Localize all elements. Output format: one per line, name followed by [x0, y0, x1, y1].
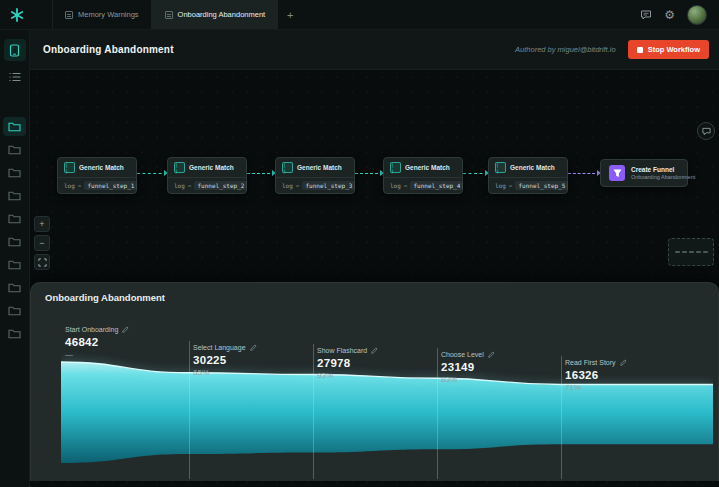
page-header-right: Authored by miguel@bitdrift.io Stop Work…	[515, 40, 709, 59]
stop-icon	[637, 47, 643, 53]
zoom-in-button[interactable]: +	[34, 216, 50, 232]
log-value: funnel_step_2	[194, 181, 247, 190]
topbar: Memory Warnings Onboarding Abandonment +…	[0, 0, 719, 30]
workflow-node-generic-match-1[interactable]: ( )Generic Match log=funnel_step_1	[57, 157, 137, 194]
sidebar-folder-icon[interactable]	[3, 209, 26, 228]
node-title: Generic Match	[510, 164, 555, 171]
minimap-node-dash	[675, 251, 680, 253]
edit-icon[interactable]	[620, 359, 627, 366]
sidebar-folder-icon[interactable]	[3, 278, 26, 297]
zoom-controls: + −	[34, 216, 50, 270]
stage-value: 27978	[317, 357, 435, 369]
sidebar-folder-icon[interactable]	[3, 301, 26, 320]
stage-percentage: 83%	[441, 375, 559, 384]
log-field: log	[174, 182, 185, 189]
funnel-icon	[609, 165, 625, 181]
funnel-stage-3: Show Flashcard 27978 93%	[317, 347, 435, 380]
workflow-node-generic-match-4[interactable]: ( )Generic Match log=funnel_step_4	[383, 157, 463, 194]
log-operator: =	[404, 182, 408, 189]
log-value: funnel_step_4	[410, 181, 463, 190]
log-field: log	[282, 182, 293, 189]
node-subtitle: Onboarding Abandonment	[631, 174, 695, 180]
sidebar-folder-icon[interactable]	[3, 186, 26, 205]
funnel-stage-4: Choose Level 23149 83%	[441, 351, 559, 384]
stage-divider	[313, 344, 314, 479]
workflow-node-generic-match-3[interactable]: ( )Generic Match log=funnel_step_3	[275, 157, 355, 194]
tab-icon	[165, 11, 173, 19]
new-tab-button[interactable]: +	[278, 0, 302, 29]
stage-percentage: 93%	[317, 371, 435, 380]
log-value: funnel_step_3	[302, 181, 355, 190]
node-title: Generic Match	[297, 164, 342, 171]
sidebar-folder-list	[3, 117, 26, 347]
funnel-results-panel: Onboarding Abandonment	[30, 282, 719, 481]
sidebar-folder-icon[interactable]	[3, 163, 26, 182]
minimap-node-dash	[689, 251, 694, 253]
stage-label: Read First Story	[565, 359, 616, 366]
log-operator: =	[509, 182, 513, 189]
log-value: funnel_step_1	[84, 181, 137, 190]
workflow-node-create-funnel[interactable]: Create Funnel Onboarding Abandonment	[600, 159, 688, 187]
stop-workflow-button[interactable]: Stop Workflow	[628, 40, 709, 59]
feedback-chat-icon[interactable]	[640, 9, 652, 21]
stage-value: 23149	[441, 361, 559, 373]
tab-label: Onboarding Abandonment	[178, 10, 266, 19]
gear-icon[interactable]: ⚙	[664, 9, 675, 21]
stage-percentage: —	[65, 350, 183, 359]
sidebar-folder-active-icon[interactable]	[3, 117, 26, 136]
workflow-node-generic-match-5[interactable]: ( )Generic Match log=funnel_step_5	[488, 157, 568, 194]
comment-bubble-button[interactable]	[697, 122, 715, 140]
node-title: Generic Match	[189, 164, 234, 171]
sidebar-folder-icon[interactable]	[3, 255, 26, 274]
log-value: funnel_step_5	[515, 181, 568, 190]
funnel-chart: Start Onboarding 46842 — Select Language…	[61, 313, 713, 479]
edit-icon[interactable]	[371, 347, 378, 354]
bitdrift-logo-icon[interactable]	[0, 0, 34, 29]
tab-icon	[65, 11, 73, 19]
connector-to-funnel	[568, 173, 600, 174]
sidebar-folder-icon[interactable]	[3, 324, 26, 343]
stage-divider	[437, 348, 438, 479]
log-operator: =	[296, 182, 300, 189]
log-field: log	[495, 182, 506, 189]
avatar[interactable]	[687, 5, 707, 25]
minimap[interactable]	[668, 238, 714, 266]
funnel-stage-1: Start Onboarding 46842 —	[65, 326, 183, 359]
node-title: Generic Match	[405, 164, 450, 171]
panel-title: Onboarding Abandonment	[45, 292, 165, 303]
stage-value: 46842	[65, 336, 183, 348]
connector	[463, 173, 488, 174]
stage-label: Choose Level	[441, 351, 484, 358]
match-icon: ( )	[174, 162, 185, 173]
connector	[247, 173, 275, 174]
page-title: Onboarding Abandonment	[43, 44, 174, 55]
connector	[355, 173, 383, 174]
stage-label: Show Flashcard	[317, 347, 367, 354]
log-field: log	[390, 182, 401, 189]
stage-percentage: 65%	[193, 368, 311, 377]
tab-onboarding-abandonment[interactable]: Onboarding Abandonment	[152, 0, 279, 29]
match-icon: ( )	[282, 162, 293, 173]
stage-label: Start Onboarding	[65, 326, 118, 333]
zoom-out-button[interactable]: −	[34, 235, 50, 251]
sidebar	[0, 30, 30, 487]
workflow-node-generic-match-2[interactable]: ( )Generic Match log=funnel_step_2	[167, 157, 247, 194]
sidebar-folder-icon[interactable]	[3, 232, 26, 251]
fit-view-button[interactable]	[34, 254, 50, 270]
workflow-canvas[interactable]: ( )Generic Match log=funnel_step_1 ( )Ge…	[30, 70, 719, 487]
tab-memory-warnings[interactable]: Memory Warnings	[52, 0, 152, 29]
edit-icon[interactable]	[250, 344, 257, 351]
stage-divider	[189, 341, 190, 479]
minimap-node-dash	[703, 251, 708, 253]
sidebar-folder-icon[interactable]	[3, 140, 26, 159]
edit-icon[interactable]	[488, 351, 495, 358]
minimap-node-dash	[682, 251, 687, 253]
sidebar-list-icon[interactable]	[4, 66, 26, 88]
edit-icon[interactable]	[122, 326, 129, 333]
sidebar-device-icon[interactable]	[4, 39, 26, 61]
stage-value: 16326	[565, 369, 683, 381]
match-icon: ( )	[64, 162, 75, 173]
log-operator: =	[188, 182, 192, 189]
log-operator: =	[78, 182, 82, 189]
stop-workflow-label: Stop Workflow	[648, 45, 700, 54]
